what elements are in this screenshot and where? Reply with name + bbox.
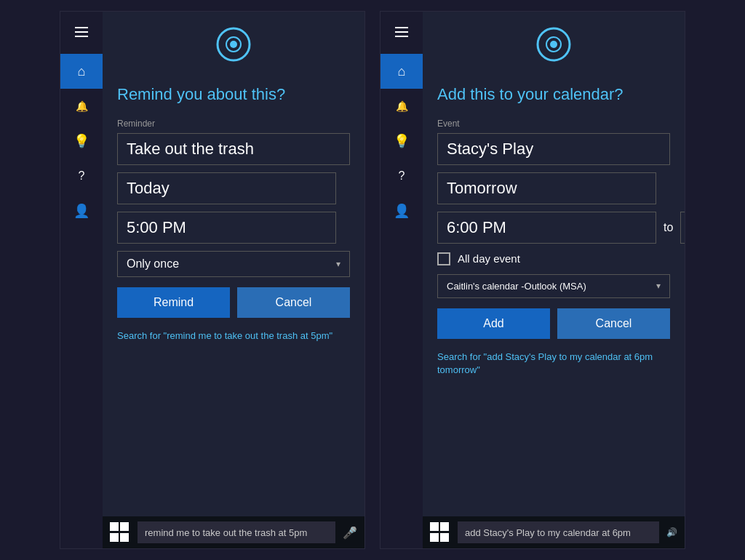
windows-logo[interactable] (110, 522, 130, 543)
cortana-logo-2 (535, 26, 572, 63)
cortana-header (103, 12, 364, 73)
home-icon-2: ⌂ (398, 64, 406, 79)
windows-logo-2[interactable] (430, 522, 450, 543)
calendar-panel: ⌂ 🔔 💡 ? 👤 Add this (380, 11, 685, 549)
allday-row: All day event (437, 252, 670, 265)
allday-checkbox[interactable] (437, 252, 450, 265)
chevron-down-icon-2: ▾ (656, 281, 661, 291)
event-label: Event (437, 119, 670, 129)
bulb-icon-2: 💡 (394, 133, 410, 149)
svg-point-3 (230, 41, 237, 48)
date-field-2[interactable] (437, 172, 656, 204)
sidebar-item-help[interactable]: ? (60, 159, 103, 193)
panel-title-2: Add this to your calendar? (437, 84, 670, 105)
calendar-dropdown[interactable]: Caitlin's calendar -Outlook (MSA) ▾ (437, 274, 670, 298)
sidebar-item-interests-2[interactable]: 💡 (381, 124, 423, 159)
sidebar-left-2: ⌂ 🔔 💡 ? 👤 (381, 12, 423, 548)
search-hint-2: Search for "add Stacy's Play to my calen… (437, 351, 670, 377)
time-range-row: to (437, 212, 670, 244)
sidebar-nav-2: ⌂ 🔔 💡 ? 👤 (381, 54, 423, 228)
action-buttons: Remind Cancel (117, 287, 350, 318)
sidebar-item-notifications[interactable]: 🔔 (60, 89, 103, 124)
action-buttons-2: Add Cancel (437, 308, 670, 339)
sidebar-item-interests[interactable]: 💡 (60, 124, 103, 159)
microphone-icon-2[interactable]: 🔊 (666, 527, 677, 537)
question-icon: ? (79, 169, 85, 183)
date-field[interactable] (117, 172, 336, 204)
taskbar-search[interactable] (138, 521, 335, 543)
taskbar-2: 🔊 (423, 516, 685, 548)
sidebar-item-home[interactable]: ⌂ (60, 54, 103, 89)
sidebar-item-help-2[interactable]: ? (381, 159, 423, 193)
calendar-value: Caitlin's calendar -Outlook (MSA) (447, 281, 586, 292)
event-text-field[interactable] (437, 133, 670, 165)
repeat-value: Only once (127, 257, 179, 271)
sidebar-item-profile[interactable]: 👤 (60, 193, 103, 228)
hamburger-icon-2 (395, 27, 408, 37)
content-area: Remind you about this? Reminder Only onc… (103, 73, 364, 516)
question-icon-2: ? (399, 169, 405, 183)
bulb-icon: 💡 (73, 133, 89, 149)
sidebar-item-notifications-2[interactable]: 🔔 (381, 89, 423, 124)
main-content-2: Add this to your calendar? Event to All … (423, 12, 685, 548)
taskbar: 🎤 (103, 516, 364, 548)
end-time-field[interactable] (680, 212, 685, 244)
repeat-dropdown[interactable]: Only once ▾ (117, 251, 350, 277)
search-hint: Search for "remind me to take out the tr… (117, 329, 350, 343)
clock-icon-2: 🔔 (396, 100, 408, 112)
sidebar-nav: ⌂ 🔔 💡 ? 👤 (60, 54, 103, 228)
chevron-down-icon: ▾ (336, 259, 340, 269)
sidebar-left: ⌂ 🔔 💡 ? 👤 (60, 12, 103, 548)
sidebar-item-profile-2[interactable]: 👤 (381, 193, 423, 228)
person-icon: 👤 (73, 203, 89, 219)
hamburger-menu[interactable] (60, 17, 103, 47)
cancel-button-2[interactable]: Cancel (557, 308, 670, 339)
start-time-field[interactable] (437, 212, 656, 244)
sidebar-item-home-2[interactable]: ⌂ (381, 54, 423, 89)
hamburger-icon (75, 27, 88, 37)
clock-icon: 🔔 (76, 100, 88, 112)
content-area-2: Add this to your calendar? Event to All … (423, 73, 685, 516)
svg-point-7 (550, 41, 557, 48)
reminder-text-field[interactable] (117, 133, 350, 165)
reminder-label: Reminder (117, 119, 350, 129)
remind-button[interactable]: Remind (117, 287, 230, 318)
main-content: Remind you about this? Reminder Only onc… (103, 12, 364, 548)
cortana-header-2 (423, 12, 685, 73)
allday-label: All day event (458, 252, 520, 265)
time-field[interactable] (117, 212, 336, 244)
microphone-icon[interactable]: 🎤 (343, 526, 357, 540)
hamburger-menu-2[interactable] (381, 17, 423, 47)
home-icon: ⌂ (78, 64, 86, 79)
reminder-panel: ⌂ 🔔 💡 ? 👤 R (60, 11, 365, 549)
cortana-logo (215, 26, 252, 63)
time-to-separator: to (664, 221, 673, 234)
panel-title: Remind you about this? (117, 84, 350, 105)
add-button[interactable]: Add (437, 308, 550, 339)
cancel-button[interactable]: Cancel (237, 287, 350, 318)
person-icon-2: 👤 (394, 203, 410, 219)
taskbar-search-2[interactable] (458, 521, 659, 543)
